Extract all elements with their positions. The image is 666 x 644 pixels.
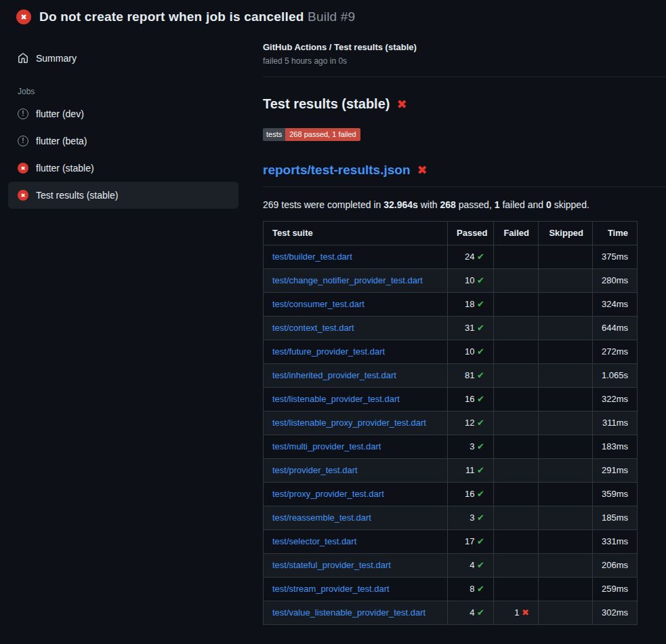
- sidebar-item-test-results-stable[interactable]: ✖ Test results (stable): [8, 182, 238, 209]
- report-heading: reports/test-results.json ✖: [263, 163, 666, 187]
- table-row: test/provider_test.dart11 ✔291ms: [264, 459, 638, 483]
- test-suite-link[interactable]: test/future_provider_test.dart: [272, 346, 385, 357]
- job-neutral-icon: !: [18, 136, 28, 146]
- test-suite-link[interactable]: test/reassemble_test.dart: [272, 512, 371, 523]
- test-suite-link[interactable]: test/listenable_provider_test.dart: [272, 394, 400, 404]
- col-header-test-suite: Test suite: [264, 222, 448, 245]
- test-suite-link[interactable]: test/context_test.dart: [272, 323, 354, 333]
- test-summary: 269 tests were completed in 32.964s with…: [263, 199, 666, 210]
- job-label: flutter (dev): [36, 108, 84, 119]
- job-label: Test results (stable): [36, 190, 118, 201]
- report-link[interactable]: reports/test-results.json: [263, 163, 411, 178]
- sidebar-item-flutter-dev[interactable]: ! flutter (dev): [8, 100, 238, 127]
- test-suite-link[interactable]: test/multi_provider_test.dart: [272, 441, 381, 451]
- sidebar-item-flutter-beta[interactable]: ! flutter (beta): [8, 127, 238, 155]
- tests-badge: tests268 passed, 1 failed: [263, 128, 360, 141]
- failed-x-icon: ✖: [417, 163, 428, 178]
- test-suite-link[interactable]: test/inherited_provider_test.dart: [272, 370, 396, 380]
- check-icon: ✔: [477, 512, 484, 523]
- test-suite-link[interactable]: test/selector_test.dart: [272, 536, 356, 546]
- test-suite-link[interactable]: test/stream_provider_test.dart: [272, 584, 390, 594]
- check-icon: ✔: [477, 441, 484, 451]
- sidebar-item-summary[interactable]: Summary: [8, 46, 238, 71]
- build-number: Build #9: [308, 9, 355, 24]
- table-row: test/stream_provider_test.dart8 ✔259ms: [264, 578, 638, 601]
- test-suite-link[interactable]: test/value_listenable_provider_test.dart: [272, 607, 425, 618]
- check-icon: ✔: [477, 607, 484, 618]
- test-suite-link[interactable]: test/consumer_test.dart: [272, 299, 365, 309]
- test-suite-link[interactable]: test/stateful_provider_test.dart: [272, 560, 391, 570]
- home-icon: [18, 53, 28, 64]
- check-icon: ✔: [477, 275, 484, 285]
- job-label: flutter (stable): [36, 163, 94, 174]
- test-suite-link[interactable]: test/builder_test.dart: [272, 251, 352, 262]
- table-row: test/listenable_provider_test.dart16 ✔32…: [264, 388, 638, 411]
- jobs-section-label: Jobs: [18, 87, 238, 96]
- table-row: test/change_notifier_provider_test.dart1…: [264, 269, 638, 293]
- sidebar-summary-label: Summary: [36, 53, 77, 64]
- table-header-row: Test suite Passed Failed Skipped Time: [264, 222, 638, 245]
- check-icon: ✔: [477, 465, 484, 475]
- test-suite-link[interactable]: test/listenable_proxy_provider_test.dart: [272, 418, 426, 428]
- table-row: test/multi_provider_test.dart3 ✔183ms: [264, 435, 638, 459]
- check-icon: ✔: [477, 323, 484, 333]
- col-header-passed: Passed: [448, 222, 494, 245]
- section-heading-text: Test results (stable): [263, 96, 390, 112]
- cross-icon: ✖: [522, 607, 529, 618]
- check-icon: ✔: [477, 251, 484, 262]
- col-header-failed: Failed: [494, 222, 539, 245]
- job-failed-icon: ✖: [18, 163, 28, 174]
- test-suite-link[interactable]: test/change_notifier_provider_test.dart: [272, 275, 423, 285]
- check-icon: ✔: [477, 394, 484, 404]
- table-row: test/value_listenable_provider_test.dart…: [264, 601, 638, 625]
- table-row: test/consumer_test.dart18 ✔324ms: [264, 293, 638, 317]
- table-row: test/future_provider_test.dart10 ✔272ms: [264, 340, 638, 364]
- check-icon: ✔: [477, 560, 484, 570]
- run-title-text: Do not create report when job is cancell…: [39, 9, 304, 24]
- run-status-line: failed 5 hours ago in 0s: [263, 56, 666, 66]
- check-icon: ✔: [477, 418, 484, 428]
- sidebar-item-flutter-stable[interactable]: ✖ flutter (stable): [8, 155, 238, 182]
- col-header-skipped: Skipped: [539, 222, 593, 245]
- table-row: test/inherited_provider_test.dart81 ✔1.0…: [264, 364, 638, 388]
- job-neutral-icon: !: [18, 108, 28, 119]
- table-row: test/reassemble_test.dart3 ✔185ms: [264, 506, 638, 530]
- check-icon: ✔: [477, 489, 484, 499]
- check-icon: ✔: [477, 299, 484, 309]
- badge-value: 268 passed, 1 failed: [285, 128, 360, 141]
- test-suite-link[interactable]: test/provider_test.dart: [272, 465, 358, 475]
- check-icon: ✔: [477, 370, 484, 380]
- col-header-time: Time: [593, 222, 638, 245]
- run-title: Do not create report when job is cancell…: [39, 9, 355, 24]
- check-icon: ✔: [477, 536, 484, 546]
- table-row: test/stateful_provider_test.dart4 ✔206ms: [264, 554, 638, 578]
- breadcrumb: GitHub Actions / Test results (stable): [263, 42, 666, 52]
- check-icon: ✔: [477, 584, 484, 594]
- check-icon: ✔: [477, 346, 484, 357]
- run-header: ✖ Do not create report when job is cance…: [0, 0, 666, 31]
- results-table-body: test/builder_test.dart24 ✔375mstest/chan…: [264, 245, 638, 625]
- failed-x-icon: ✖: [396, 97, 407, 112]
- table-row: test/builder_test.dart24 ✔375ms: [264, 245, 638, 269]
- header-divider: [263, 77, 666, 77]
- table-row: test/proxy_provider_test.dart16 ✔359ms: [264, 483, 638, 506]
- main-content: GitHub Actions / Test results (stable) f…: [247, 31, 666, 641]
- table-row: test/listenable_proxy_provider_test.dart…: [264, 411, 638, 435]
- run-failed-icon: ✖: [16, 9, 31, 24]
- job-label: flutter (beta): [36, 136, 87, 146]
- app: ✖ Do not create report when job is cance…: [0, 0, 666, 641]
- badge-label: tests: [263, 128, 285, 141]
- job-failed-icon: ✖: [18, 190, 28, 201]
- sidebar: Summary Jobs ! flutter (dev) ! flutter (…: [0, 31, 247, 209]
- table-row: test/context_test.dart31 ✔644ms: [264, 317, 638, 340]
- section-heading: Test results (stable) ✖: [263, 96, 666, 112]
- results-table: Test suite Passed Failed Skipped Time te…: [263, 221, 638, 625]
- table-row: test/selector_test.dart17 ✔331ms: [264, 530, 638, 554]
- test-suite-link[interactable]: test/proxy_provider_test.dart: [272, 489, 384, 499]
